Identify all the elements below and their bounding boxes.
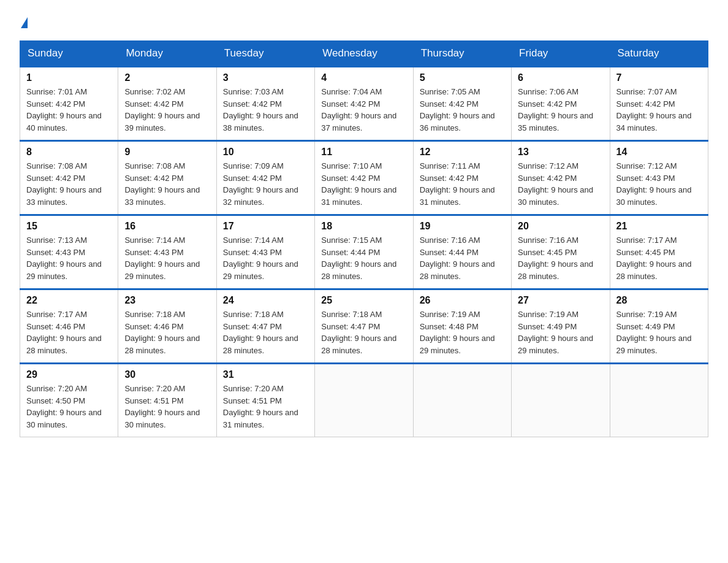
day-info: Sunrise: 7:20 AMSunset: 4:51 PMDaylight:… xyxy=(223,384,298,429)
day-info: Sunrise: 7:11 AMSunset: 4:42 PMDaylight:… xyxy=(420,161,495,207)
calendar-day-cell: 9 Sunrise: 7:08 AMSunset: 4:42 PMDayligh… xyxy=(118,141,216,215)
day-info: Sunrise: 7:04 AMSunset: 4:42 PMDaylight:… xyxy=(321,87,396,132)
day-info: Sunrise: 7:08 AMSunset: 4:42 PMDaylight:… xyxy=(124,161,200,207)
calendar-day-cell: 13 Sunrise: 7:12 AMSunset: 4:42 PMDaylig… xyxy=(512,141,610,215)
day-number: 2 xyxy=(124,72,210,83)
calendar-day-cell: 5 Sunrise: 7:05 AMSunset: 4:42 PMDayligh… xyxy=(413,67,511,141)
calendar-day-cell: 7 Sunrise: 7:07 AMSunset: 4:42 PMDayligh… xyxy=(610,67,708,141)
calendar-day-cell: 1 Sunrise: 7:01 AMSunset: 4:42 PMDayligh… xyxy=(20,67,118,141)
calendar-day-cell: 29 Sunrise: 7:20 AMSunset: 4:50 PMDaylig… xyxy=(20,364,118,437)
calendar-day-cell: 17 Sunrise: 7:14 AMSunset: 4:43 PMDaylig… xyxy=(216,215,314,289)
calendar-day-cell: 8 Sunrise: 7:08 AMSunset: 4:42 PMDayligh… xyxy=(20,141,118,215)
day-of-week-header: Tuesday xyxy=(216,41,314,67)
day-info: Sunrise: 7:16 AMSunset: 4:44 PMDaylight:… xyxy=(420,236,495,281)
day-number: 27 xyxy=(518,295,603,306)
day-number: 16 xyxy=(124,221,210,232)
day-info: Sunrise: 7:01 AMSunset: 4:42 PMDaylight:… xyxy=(26,87,102,132)
day-number: 25 xyxy=(321,295,406,306)
day-number: 20 xyxy=(518,221,603,232)
day-info: Sunrise: 7:15 AMSunset: 4:44 PMDaylight:… xyxy=(321,236,396,281)
page-header xyxy=(20,15,708,29)
calendar-day-cell xyxy=(315,364,413,437)
day-of-week-header: Sunday xyxy=(20,41,118,67)
calendar-week-row: 29 Sunrise: 7:20 AMSunset: 4:50 PMDaylig… xyxy=(20,364,708,437)
calendar-day-cell: 27 Sunrise: 7:19 AMSunset: 4:49 PMDaylig… xyxy=(512,289,610,364)
day-info: Sunrise: 7:06 AMSunset: 4:42 PMDaylight:… xyxy=(518,87,593,132)
day-info: Sunrise: 7:19 AMSunset: 4:49 PMDaylight:… xyxy=(518,310,593,355)
calendar-table: SundayMondayTuesdayWednesdayThursdayFrid… xyxy=(20,40,708,437)
day-number: 6 xyxy=(518,72,603,83)
day-number: 8 xyxy=(26,147,112,158)
day-number: 31 xyxy=(223,369,308,380)
calendar-day-cell: 28 Sunrise: 7:19 AMSunset: 4:49 PMDaylig… xyxy=(610,289,708,364)
day-number: 24 xyxy=(223,295,308,306)
day-number: 3 xyxy=(223,72,308,83)
day-info: Sunrise: 7:16 AMSunset: 4:45 PMDaylight:… xyxy=(518,236,593,281)
day-info: Sunrise: 7:12 AMSunset: 4:43 PMDaylight:… xyxy=(616,161,692,207)
calendar-day-cell: 25 Sunrise: 7:18 AMSunset: 4:47 PMDaylig… xyxy=(315,289,413,364)
day-info: Sunrise: 7:02 AMSunset: 4:42 PMDaylight:… xyxy=(124,87,200,132)
day-number: 10 xyxy=(223,147,308,158)
day-of-week-header: Wednesday xyxy=(315,41,413,67)
day-number: 30 xyxy=(124,369,210,380)
calendar-week-row: 22 Sunrise: 7:17 AMSunset: 4:46 PMDaylig… xyxy=(20,289,708,364)
calendar-day-cell: 3 Sunrise: 7:03 AMSunset: 4:42 PMDayligh… xyxy=(216,67,314,141)
calendar-day-cell: 16 Sunrise: 7:14 AMSunset: 4:43 PMDaylig… xyxy=(118,215,216,289)
calendar-day-cell: 10 Sunrise: 7:09 AMSunset: 4:42 PMDaylig… xyxy=(216,141,314,215)
calendar-day-cell: 30 Sunrise: 7:20 AMSunset: 4:51 PMDaylig… xyxy=(118,364,216,437)
calendar-day-cell: 22 Sunrise: 7:17 AMSunset: 4:46 PMDaylig… xyxy=(20,289,118,364)
day-info: Sunrise: 7:14 AMSunset: 4:43 PMDaylight:… xyxy=(124,236,200,281)
day-number: 29 xyxy=(26,369,112,380)
day-number: 11 xyxy=(321,147,406,158)
day-number: 18 xyxy=(321,221,406,232)
logo xyxy=(20,15,28,29)
day-info: Sunrise: 7:03 AMSunset: 4:42 PMDaylight:… xyxy=(223,87,298,132)
calendar-week-row: 8 Sunrise: 7:08 AMSunset: 4:42 PMDayligh… xyxy=(20,141,708,215)
day-number: 1 xyxy=(26,72,112,83)
calendar-day-cell: 24 Sunrise: 7:18 AMSunset: 4:47 PMDaylig… xyxy=(216,289,314,364)
day-number: 21 xyxy=(616,221,702,232)
calendar-day-cell: 31 Sunrise: 7:20 AMSunset: 4:51 PMDaylig… xyxy=(216,364,314,437)
calendar-week-row: 1 Sunrise: 7:01 AMSunset: 4:42 PMDayligh… xyxy=(20,67,708,141)
day-info: Sunrise: 7:14 AMSunset: 4:43 PMDaylight:… xyxy=(223,236,298,281)
day-number: 26 xyxy=(420,295,505,306)
day-number: 5 xyxy=(420,72,505,83)
day-info: Sunrise: 7:13 AMSunset: 4:43 PMDaylight:… xyxy=(26,236,102,281)
day-info: Sunrise: 7:17 AMSunset: 4:46 PMDaylight:… xyxy=(26,310,102,355)
day-info: Sunrise: 7:18 AMSunset: 4:47 PMDaylight:… xyxy=(321,310,396,355)
day-number: 14 xyxy=(616,147,702,158)
calendar-day-cell: 26 Sunrise: 7:19 AMSunset: 4:48 PMDaylig… xyxy=(413,289,511,364)
day-number: 15 xyxy=(26,221,112,232)
day-info: Sunrise: 7:20 AMSunset: 4:50 PMDaylight:… xyxy=(26,384,102,429)
day-of-week-header: Monday xyxy=(118,41,216,67)
calendar-day-cell: 6 Sunrise: 7:06 AMSunset: 4:42 PMDayligh… xyxy=(512,67,610,141)
day-number: 4 xyxy=(321,72,406,83)
day-number: 17 xyxy=(223,221,308,232)
day-of-week-header: Saturday xyxy=(610,41,708,67)
day-number: 12 xyxy=(420,147,505,158)
calendar-day-cell: 23 Sunrise: 7:18 AMSunset: 4:46 PMDaylig… xyxy=(118,289,216,364)
day-info: Sunrise: 7:17 AMSunset: 4:45 PMDaylight:… xyxy=(616,236,692,281)
calendar-day-cell xyxy=(413,364,511,437)
calendar-day-cell: 14 Sunrise: 7:12 AMSunset: 4:43 PMDaylig… xyxy=(610,141,708,215)
calendar-day-cell: 18 Sunrise: 7:15 AMSunset: 4:44 PMDaylig… xyxy=(315,215,413,289)
day-info: Sunrise: 7:18 AMSunset: 4:47 PMDaylight:… xyxy=(223,310,298,355)
calendar-day-cell: 19 Sunrise: 7:16 AMSunset: 4:44 PMDaylig… xyxy=(413,215,511,289)
day-info: Sunrise: 7:19 AMSunset: 4:48 PMDaylight:… xyxy=(420,310,495,355)
day-info: Sunrise: 7:08 AMSunset: 4:42 PMDaylight:… xyxy=(26,161,102,207)
calendar-day-cell: 2 Sunrise: 7:02 AMSunset: 4:42 PMDayligh… xyxy=(118,67,216,141)
day-number: 7 xyxy=(616,72,702,83)
day-number: 22 xyxy=(26,295,112,306)
calendar-day-cell xyxy=(610,364,708,437)
day-info: Sunrise: 7:09 AMSunset: 4:42 PMDaylight:… xyxy=(223,161,298,207)
calendar-day-cell xyxy=(512,364,610,437)
logo-triangle-icon xyxy=(21,17,28,28)
calendar-week-row: 15 Sunrise: 7:13 AMSunset: 4:43 PMDaylig… xyxy=(20,215,708,289)
day-info: Sunrise: 7:12 AMSunset: 4:42 PMDaylight:… xyxy=(518,161,593,207)
calendar-day-cell: 12 Sunrise: 7:11 AMSunset: 4:42 PMDaylig… xyxy=(413,141,511,215)
day-info: Sunrise: 7:20 AMSunset: 4:51 PMDaylight:… xyxy=(124,384,200,429)
day-info: Sunrise: 7:07 AMSunset: 4:42 PMDaylight:… xyxy=(616,87,692,132)
day-of-week-header: Friday xyxy=(512,41,610,67)
day-of-week-header: Thursday xyxy=(413,41,511,67)
day-info: Sunrise: 7:05 AMSunset: 4:42 PMDaylight:… xyxy=(420,87,495,132)
